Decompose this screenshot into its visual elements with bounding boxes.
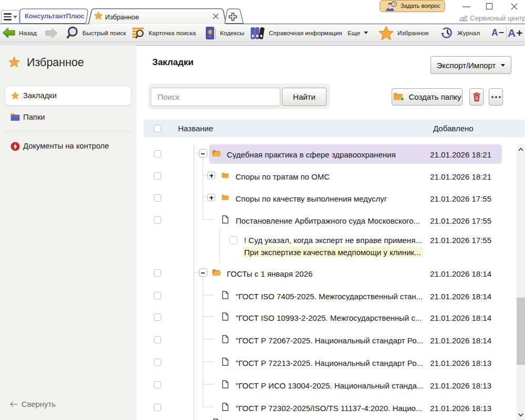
scroll-down-icon[interactable] — [518, 412, 524, 418]
bookmark-snippet[interactable]: При экспертизе качества медпомощи у клин… — [243, 247, 423, 257]
table-row[interactable]: Судебная практика в сфере здравоохранени… — [144, 144, 502, 164]
row-date: 21.01.2026 18:21 — [430, 150, 491, 159]
row-label[interactable]: "ГОСТ Р 72067-2025. Национальный стандар… — [236, 335, 423, 344]
service-center-link[interactable]: Сервисный центр — [459, 14, 525, 22]
row-checkbox[interactable] — [154, 269, 161, 277]
row-checkbox[interactable] — [154, 150, 161, 158]
toolbar: Назад Быстрый поиск Карточка поиска — [0, 24, 525, 41]
row-date: 21.01.2026 18:14 — [430, 269, 491, 278]
row-checkbox[interactable] — [154, 313, 161, 321]
tree-branch — [203, 361, 214, 362]
row-label[interactable]: Судебная практика в сфере здравоохранени… — [227, 150, 396, 159]
journal-button[interactable]: Журнал — [440, 24, 480, 41]
maximize-icon — [486, 3, 493, 10]
table-row[interactable]: Споры по качеству выполнения медуслуг 21… — [144, 187, 502, 209]
row-label[interactable]: "ГОСТ Р 72213-2025. Национальный стандар… — [236, 358, 423, 367]
row-date: 21.01.2026 18:14 — [430, 313, 491, 322]
table-row[interactable]: "ГОСТ Р ИСО 13004-2025. Национальный ста… — [144, 374, 502, 396]
quick-search-button[interactable]: Быстрый поиск — [67, 24, 126, 41]
column-header-added[interactable]: Добавлено — [433, 124, 474, 133]
sidebar-item-documents-on-control[interactable]: Документы на контроле — [23, 142, 109, 150]
row-label[interactable]: ГОСТы с 1 января 2026 — [227, 269, 312, 278]
collapse-toggle[interactable] — [199, 149, 207, 158]
row-label[interactable]: Споры по качеству выполнения медуслуг — [236, 194, 387, 203]
folder-icon — [222, 195, 229, 201]
row-checkbox[interactable] — [154, 381, 161, 388]
search-card-button[interactable]: Карточка поиска — [132, 24, 196, 41]
document-icon — [222, 215, 229, 224]
table-row[interactable]: "ГОСТ Р 72302-2025/ISO/TS 11137-4:2020. … — [144, 396, 502, 419]
folder-icon — [222, 173, 229, 178]
row-checkbox[interactable] — [154, 172, 161, 180]
column-header-name[interactable]: Название — [178, 124, 213, 133]
more-button[interactable]: Еще — [348, 24, 368, 41]
table-row[interactable]: Споры по тратам по ОМС 21.01.2026 18:21 — [144, 165, 502, 187]
brand-logo-tab[interactable]: КонсультантПлюс — [25, 12, 83, 22]
table-row[interactable]: "ГОСТ Р 72067-2025. Национальный стандар… — [144, 329, 502, 351]
row-checkbox[interactable] — [154, 359, 161, 366]
ask-question-button[interactable]: ? Задать вопрос — [380, 0, 445, 12]
codes-button[interactable]: Кодексы — [205, 24, 244, 41]
export-import-button[interactable]: Экспорт/Импорт — [430, 56, 511, 74]
back-arrow-icon — [2, 27, 15, 38]
window-maximize-button[interactable] — [481, 0, 497, 13]
favorites-button[interactable]: Избранное — [379, 24, 429, 41]
scroll-up-icon[interactable] — [518, 146, 524, 153]
sidebar-title: Избранное — [27, 56, 84, 69]
create-folder-button[interactable]: Создать папку — [392, 88, 463, 106]
row-checkbox[interactable] — [154, 194, 161, 202]
window-close-button[interactable] — [506, 0, 522, 13]
find-button[interactable]: Найти — [282, 88, 327, 106]
more-actions-button[interactable] — [489, 88, 503, 106]
row-label[interactable]: Постановление Арбитражного суда Московск… — [236, 216, 420, 225]
tree-branch — [203, 316, 214, 317]
row-date: 21.01.2026 18:13 — [430, 403, 491, 412]
tab-favorites[interactable]: Избранное — [105, 13, 139, 21]
scrollbar-thumb[interactable] — [517, 298, 525, 365]
bookmarks-star-icon — [11, 91, 19, 100]
tab-close-icon[interactable] — [212, 13, 219, 19]
table-row[interactable]: "ГОСТ ISO 10993-2-2025. Межгосударственн… — [144, 307, 502, 328]
table-row[interactable]: ГОСТы с 1 января 2026 21.01.2026 18:14 — [144, 262, 502, 285]
search-icon — [67, 26, 79, 39]
vertical-scrollbar[interactable] — [517, 144, 525, 420]
row-label[interactable]: "ГОСТ Р ИСО 13004-2025. Национальный ста… — [236, 381, 423, 390]
tree-branch — [203, 406, 214, 407]
table-row[interactable]: ! Суд указал, когда эксперт не вправе пр… — [144, 231, 502, 263]
expand-toggle[interactable] — [207, 194, 215, 202]
row-checkbox[interactable] — [154, 336, 161, 343]
bookmark-checkbox[interactable] — [229, 236, 237, 244]
main-menu-button[interactable] — [1, 10, 19, 24]
row-label[interactable]: "ГОСТ ISO 7405-2025. Межгосударственный … — [236, 291, 423, 300]
tree-branch — [203, 197, 207, 198]
expand-toggle[interactable] — [207, 172, 215, 180]
document-icon — [222, 335, 229, 343]
table-row[interactable]: "ГОСТ Р 72213-2025. Национальный стандар… — [144, 351, 502, 374]
back-button[interactable]: Назад — [2, 24, 37, 41]
collapse-toggle[interactable] — [199, 268, 207, 277]
svg-text:?: ? — [393, 2, 395, 6]
row-label[interactable]: "ГОСТ Р 72302-2025/ISO/TS 11137-4:2020. … — [236, 403, 422, 412]
row-label[interactable]: ! Суд указал, когда эксперт не вправе пр… — [244, 236, 422, 245]
row-checkbox[interactable] — [154, 292, 161, 299]
sidebar-item-folders[interactable]: Папки — [23, 113, 45, 121]
window-minimize-button[interactable] — [458, 0, 474, 13]
row-label[interactable]: Споры по тратам по ОМС — [236, 172, 330, 181]
sidebar-item-bookmarks-label[interactable]: Закладки — [23, 91, 57, 100]
favorites-star-icon — [379, 26, 394, 40]
row-checkbox[interactable] — [154, 404, 161, 411]
table-row[interactable]: Постановление Арбитражного суда Московск… — [144, 209, 502, 231]
forward-button[interactable] — [45, 24, 58, 41]
delete-button[interactable] — [469, 88, 484, 106]
select-all-checkbox[interactable] — [154, 125, 161, 132]
font-increase-button[interactable]: А+ — [508, 24, 522, 41]
table-row[interactable]: "ГОСТ ISO 7405-2025. Межгосударственный … — [144, 285, 502, 307]
row-checkbox[interactable] — [154, 216, 161, 224]
reference-info-button[interactable]: Справочная информация — [250, 24, 342, 41]
row-label[interactable]: "ГОСТ ISO 10993-2-2025. Межгосударственн… — [236, 313, 422, 322]
reference-binders-icon — [250, 27, 265, 39]
forward-arrow-icon — [45, 28, 58, 38]
sidebar-collapse-button[interactable]: Свернуть — [9, 400, 56, 408]
font-decrease-button[interactable]: А− — [491, 24, 504, 41]
search-input[interactable] — [151, 88, 280, 106]
